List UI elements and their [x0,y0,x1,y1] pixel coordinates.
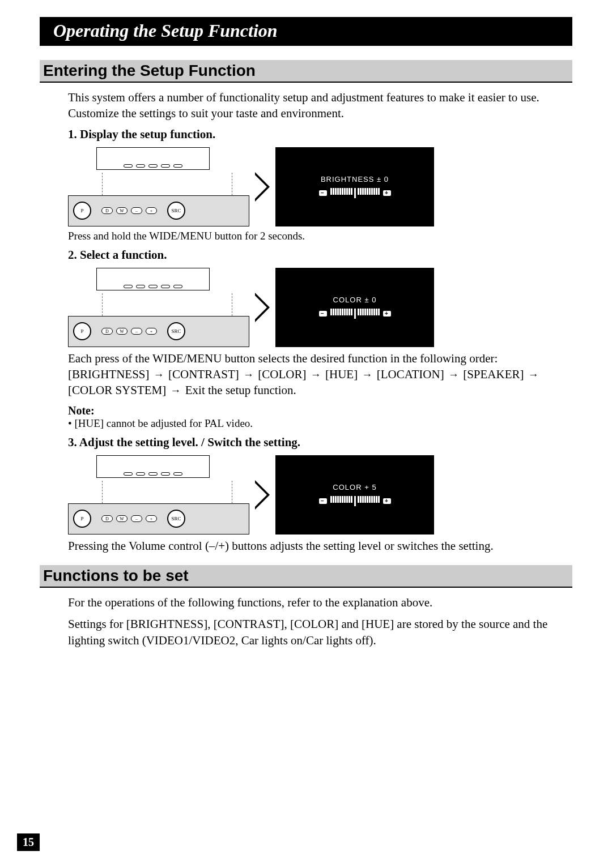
note-text: • [HUE] cannot be adjusted for PAL video… [68,417,572,430]
note-label: Note: [68,404,572,417]
plus-button: + [146,515,157,522]
d-button: D [101,515,113,522]
minus-icon: − [319,311,327,317]
level-bar: − + [319,309,391,319]
step3-heading: 3. Adjust the setting level. / Switch th… [68,435,572,450]
level-bar: − + [319,188,391,198]
step2-figure: P D W – + SRC COLOR ± 0 − + [68,268,572,347]
minus-button: – [131,515,142,522]
minus-button: – [131,328,142,335]
plus-icon: + [383,498,391,504]
device-diagram: P D W – + SRC [68,147,249,226]
src-knob: SRC [167,202,185,220]
page-number: 15 [17,833,40,851]
p-knob: P [73,202,91,220]
minus-icon: − [319,498,327,504]
step2-desc: Each press of the WIDE/MENU button selec… [68,350,567,399]
device-diagram: P D W – + SRC [68,455,249,535]
arrow-right-icon: → [527,369,540,380]
level-bar: − + [319,496,391,506]
minus-button: – [131,207,142,214]
step2-heading: 2. Select a function. [68,248,572,262]
arrow-icon [255,172,270,202]
section-heading-entering: Entering the Setup Function [40,60,572,83]
arrow-right-icon: → [447,369,460,380]
screen-label: BRIGHTNESS ± 0 [321,175,389,183]
w-button: W [116,328,128,335]
plus-icon: + [383,190,391,196]
section1-intro: This system offers a number of functiona… [68,89,567,122]
step1-figure: P D W – + SRC BRIGHTNESS ± 0 − + [68,147,572,226]
arrow-right-icon: → [152,369,165,380]
section-heading-functions: Functions to be set [40,565,572,588]
screen-label: COLOR ± 0 [333,296,377,304]
arrow-right-icon: → [169,384,182,396]
minus-icon: − [319,190,327,196]
step1-heading: 1. Display the setup function. [68,127,572,142]
device-diagram: P D W – + SRC [68,268,249,347]
plus-button: + [146,207,157,214]
section2-text2: Settings for [BRIGHTNESS], [CONTRAST], [… [68,616,567,648]
screen-label: COLOR + 5 [333,483,376,491]
screen-color-plus5: COLOR + 5 − + [275,455,434,535]
screen-color: COLOR ± 0 − + [275,268,434,347]
arrow-right-icon: → [242,369,255,380]
arrow-icon [255,293,270,322]
plus-button: + [146,328,157,335]
arrow-right-icon: → [309,369,322,380]
w-button: W [116,515,128,522]
step3-figure: P D W – + SRC COLOR + 5 − + [68,455,572,535]
d-button: D [101,328,113,335]
p-knob: P [73,510,91,528]
page-title-bar: Operating the Setup Function [40,17,572,46]
step1-caption: Press and hold the WIDE/MENU button for … [68,230,572,242]
p-knob: P [73,322,91,340]
screen-brightness: BRIGHTNESS ± 0 − + [275,147,434,226]
page-title: Operating the Setup Function [53,20,278,41]
d-button: D [101,207,113,214]
arrow-right-icon: → [360,369,373,380]
arrow-icon [255,480,270,510]
src-knob: SRC [167,510,185,528]
src-knob: SRC [167,322,185,340]
plus-icon: + [383,311,391,317]
step3-desc: Pressing the Volume control (–/+) button… [68,538,567,554]
w-button: W [116,207,128,214]
section2-text1: For the operations of the following func… [68,595,567,610]
